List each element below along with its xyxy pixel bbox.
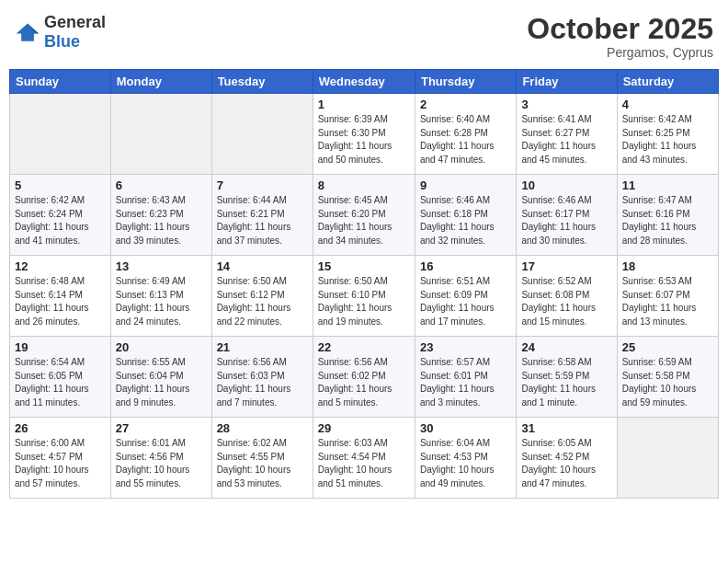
weekday-header-sunday: Sunday [10,70,111,94]
day-number: 3 [521,98,611,111]
calendar-cell: 16Sunrise: 6:51 AM Sunset: 6:09 PM Dayli… [415,256,516,337]
day-info: Sunrise: 6:53 AM Sunset: 6:07 PM Dayligh… [622,275,713,328]
calendar-cell: 23Sunrise: 6:57 AM Sunset: 6:01 PM Dayli… [415,337,516,418]
day-number: 2 [420,98,511,111]
day-info: Sunrise: 6:59 AM Sunset: 5:58 PM Dayligh… [622,356,713,409]
location-subtitle: Pergamos, Cyprus [527,45,713,60]
weekday-header-wednesday: Wednesday [313,70,415,94]
day-number: 13 [116,259,207,273]
day-info: Sunrise: 6:42 AM Sunset: 6:24 PM Dayligh… [15,194,106,247]
day-info: Sunrise: 6:50 AM Sunset: 6:10 PM Dayligh… [318,275,410,328]
day-info: Sunrise: 6:49 AM Sunset: 6:13 PM Dayligh… [116,275,207,328]
calendar-cell: 27Sunrise: 6:01 AM Sunset: 4:56 PM Dayli… [110,418,211,499]
week-row-5: 26Sunrise: 6:00 AM Sunset: 4:57 PM Dayli… [10,418,719,499]
day-info: Sunrise: 6:52 AM Sunset: 6:08 PM Dayligh… [521,275,611,328]
day-number: 22 [318,340,410,354]
calendar-cell: 15Sunrise: 6:50 AM Sunset: 6:10 PM Dayli… [313,256,415,337]
day-number: 1 [318,98,410,111]
day-number: 28 [217,421,308,435]
weekday-header-row: SundayMondayTuesdayWednesdayThursdayFrid… [10,70,719,94]
day-number: 21 [217,340,308,354]
calendar-cell: 2Sunrise: 6:40 AM Sunset: 6:28 PM Daylig… [415,94,516,175]
calendar-cell: 31Sunrise: 6:05 AM Sunset: 4:52 PM Dayli… [517,418,617,499]
day-info: Sunrise: 6:00 AM Sunset: 4:57 PM Dayligh… [15,437,106,490]
calendar-cell: 4Sunrise: 6:42 AM Sunset: 6:25 PM Daylig… [617,94,718,175]
day-number: 19 [15,340,106,354]
weekday-header-saturday: Saturday [617,70,718,94]
weekday-header-friday: Friday [517,70,617,94]
calendar-table: SundayMondayTuesdayWednesdayThursdayFrid… [9,69,719,499]
day-number: 31 [521,421,611,435]
calendar-cell: 5Sunrise: 6:42 AM Sunset: 6:24 PM Daylig… [10,175,111,256]
day-number: 16 [420,259,511,273]
day-number: 29 [318,421,410,435]
calendar-cell: 3Sunrise: 6:41 AM Sunset: 6:27 PM Daylig… [517,94,617,175]
day-number: 7 [217,178,308,192]
logo-blue-text: Blue [44,32,80,51]
day-number: 10 [521,178,611,192]
calendar-cell [211,94,313,175]
day-number: 4 [622,98,713,111]
day-number: 9 [420,178,511,192]
day-number: 8 [318,178,410,192]
day-number: 5 [15,178,106,192]
day-info: Sunrise: 6:41 AM Sunset: 6:27 PM Dayligh… [521,113,611,167]
day-info: Sunrise: 6:04 AM Sunset: 4:53 PM Dayligh… [420,437,511,490]
day-number: 20 [116,340,207,354]
week-row-2: 5Sunrise: 6:42 AM Sunset: 6:24 PM Daylig… [10,175,719,256]
calendar-cell: 24Sunrise: 6:58 AM Sunset: 5:59 PM Dayli… [517,337,617,418]
day-number: 27 [116,421,207,435]
day-info: Sunrise: 6:40 AM Sunset: 6:28 PM Dayligh… [420,113,511,167]
day-number: 23 [420,340,511,354]
calendar-cell: 13Sunrise: 6:49 AM Sunset: 6:13 PM Dayli… [110,256,211,337]
day-info: Sunrise: 6:45 AM Sunset: 6:20 PM Dayligh… [318,194,410,247]
day-info: Sunrise: 6:46 AM Sunset: 6:17 PM Dayligh… [521,194,611,247]
calendar-cell: 14Sunrise: 6:50 AM Sunset: 6:12 PM Dayli… [211,256,313,337]
logo-general-text: General [44,13,106,31]
calendar-cell: 19Sunrise: 6:54 AM Sunset: 6:05 PM Dayli… [10,337,111,418]
calendar-cell: 30Sunrise: 6:04 AM Sunset: 4:53 PM Dayli… [415,418,516,499]
calendar-cell: 26Sunrise: 6:00 AM Sunset: 4:57 PM Dayli… [10,418,111,499]
day-info: Sunrise: 6:55 AM Sunset: 6:04 PM Dayligh… [116,356,207,409]
day-info: Sunrise: 6:51 AM Sunset: 6:09 PM Dayligh… [420,275,511,328]
calendar-cell: 17Sunrise: 6:52 AM Sunset: 6:08 PM Dayli… [517,256,617,337]
day-info: Sunrise: 6:56 AM Sunset: 6:03 PM Dayligh… [217,356,308,409]
day-info: Sunrise: 6:54 AM Sunset: 6:05 PM Dayligh… [15,356,106,409]
day-info: Sunrise: 6:50 AM Sunset: 6:12 PM Dayligh… [217,275,308,328]
day-info: Sunrise: 6:02 AM Sunset: 4:55 PM Dayligh… [217,437,308,490]
calendar-cell [110,94,211,175]
day-info: Sunrise: 6:01 AM Sunset: 4:56 PM Dayligh… [116,437,207,490]
weekday-header-monday: Monday [110,70,211,94]
day-number: 14 [217,259,308,273]
week-row-1: 1Sunrise: 6:39 AM Sunset: 6:30 PM Daylig… [10,94,719,175]
day-number: 26 [15,421,106,435]
calendar-cell: 10Sunrise: 6:46 AM Sunset: 6:17 PM Dayli… [517,175,617,256]
calendar-cell: 7Sunrise: 6:44 AM Sunset: 6:21 PM Daylig… [211,175,313,256]
weekday-header-tuesday: Tuesday [211,70,313,94]
day-number: 25 [622,340,713,354]
day-number: 6 [116,178,207,192]
logo-icon [15,22,40,42]
calendar-cell: 22Sunrise: 6:56 AM Sunset: 6:02 PM Dayli… [313,337,415,418]
day-info: Sunrise: 6:48 AM Sunset: 6:14 PM Dayligh… [15,275,106,328]
day-number: 18 [622,259,713,273]
month-title: October 2025 [527,13,713,45]
weekday-header-thursday: Thursday [415,70,516,94]
calendar-cell: 25Sunrise: 6:59 AM Sunset: 5:58 PM Dayli… [617,337,718,418]
day-info: Sunrise: 6:42 AM Sunset: 6:25 PM Dayligh… [622,113,713,167]
calendar-cell [617,418,718,499]
calendar-cell: 12Sunrise: 6:48 AM Sunset: 6:14 PM Dayli… [10,256,111,337]
calendar-cell: 1Sunrise: 6:39 AM Sunset: 6:30 PM Daylig… [313,94,415,175]
day-info: Sunrise: 6:39 AM Sunset: 6:30 PM Dayligh… [318,113,410,167]
day-number: 11 [622,178,713,192]
day-number: 17 [521,259,611,273]
day-info: Sunrise: 6:47 AM Sunset: 6:16 PM Dayligh… [622,194,713,247]
day-info: Sunrise: 6:03 AM Sunset: 4:54 PM Dayligh… [318,437,410,490]
day-info: Sunrise: 6:46 AM Sunset: 6:18 PM Dayligh… [420,194,511,247]
calendar-cell: 11Sunrise: 6:47 AM Sunset: 6:16 PM Dayli… [617,175,718,256]
logo: General Blue [15,13,106,52]
day-info: Sunrise: 6:44 AM Sunset: 6:21 PM Dayligh… [217,194,308,247]
title-area: October 2025 Pergamos, Cyprus [527,13,713,60]
calendar-cell: 18Sunrise: 6:53 AM Sunset: 6:07 PM Dayli… [617,256,718,337]
day-number: 15 [318,259,410,273]
